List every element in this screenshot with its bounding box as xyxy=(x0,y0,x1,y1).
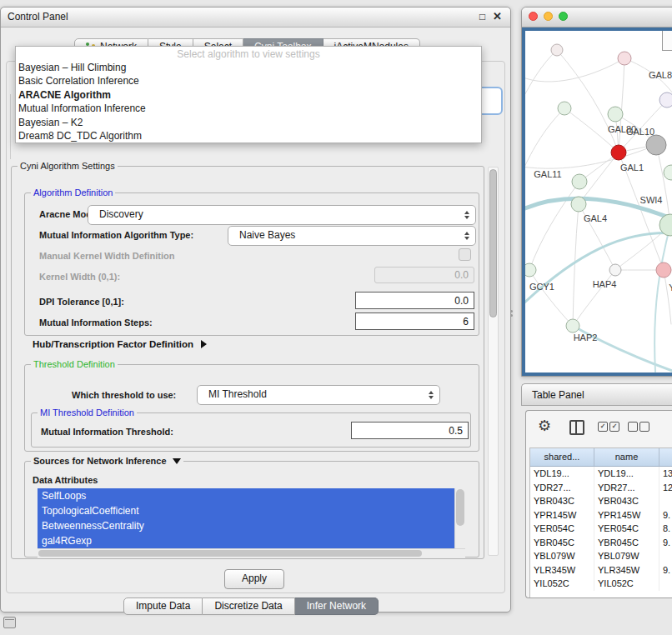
dropdown-item[interactable]: Mutual Information Inference xyxy=(16,102,481,115)
network-edge[interactable] xyxy=(525,108,564,174)
network-node[interactable] xyxy=(618,52,631,65)
network-node[interactable] xyxy=(664,165,672,180)
checked-column-icon[interactable]: ✓ xyxy=(598,422,608,432)
list-vertical-scrollbar[interactable] xyxy=(454,488,465,549)
dropdown-item[interactable]: ARACNE Algorithm xyxy=(16,88,481,102)
attribute-item[interactable]: SelfLoops xyxy=(38,488,455,503)
table-row[interactable]: YER054CYER054C8. xyxy=(530,522,672,536)
network-edge[interactable] xyxy=(664,270,671,324)
table-header-row: shared...name xyxy=(530,448,672,467)
mi-algorithm-type-label: Mutual Information Algorithm Type: xyxy=(39,229,193,241)
network-node[interactable] xyxy=(646,135,666,155)
dpi-tolerance-label: DPI Tolerance [0,1]: xyxy=(39,296,124,308)
dropdown-placeholder: Select algorithm to view settings xyxy=(16,48,481,61)
list-horizontal-scrollbar[interactable] xyxy=(38,548,465,558)
table-row[interactable]: YPR145WYPR145W9. xyxy=(530,508,672,522)
node-label: HAP2 xyxy=(574,332,598,342)
dpi-tolerance-input[interactable] xyxy=(355,292,474,309)
unchecked-column-icon[interactable] xyxy=(628,422,638,432)
panel-splitter[interactable] xyxy=(510,308,514,318)
algorithm-definition-label: Algorithm Definition xyxy=(31,188,115,198)
mi-threshold-input[interactable] xyxy=(351,422,469,439)
table-row[interactable]: YIL052CYIL052C xyxy=(530,577,672,591)
table-row[interactable]: YDL19...YDL19...13 xyxy=(530,467,672,481)
attribute-item[interactable]: BetweennessCentrality xyxy=(38,518,455,533)
mi-steps-input[interactable] xyxy=(355,312,474,330)
table-row[interactable]: YBR043CYBR043C xyxy=(530,494,672,508)
threshold-definition-label: Threshold Definition xyxy=(31,359,118,369)
network-edge[interactable] xyxy=(619,58,624,152)
mac-minimize-button[interactable] xyxy=(544,12,553,21)
network-node[interactable] xyxy=(659,92,672,108)
tab-impute-data[interactable]: Impute Data xyxy=(123,598,203,615)
table-row[interactable]: YBL079WYBL079W xyxy=(530,549,672,563)
dropdown-item[interactable]: Dream8 DC_TDC Algorithm xyxy=(16,129,481,142)
node-label: GAL8 xyxy=(649,70,672,80)
network-node[interactable] xyxy=(525,263,536,277)
scrollbar-thumb[interactable] xyxy=(38,550,422,557)
network-edge[interactable] xyxy=(557,50,619,152)
sources-toggle[interactable]: Sources for Network Inference xyxy=(31,456,183,466)
which-threshold-label: Which threshold to use: xyxy=(72,389,176,401)
table-cell: YBR043C xyxy=(530,494,594,508)
table-row[interactable]: YDR27...YDR27...12 xyxy=(530,481,672,495)
hub-definition-label: Hub/Transcription Factor Definition xyxy=(33,339,193,349)
float-window-icon[interactable]: □ xyxy=(476,10,489,23)
tab-discretize-data[interactable]: Discretize Data xyxy=(203,598,294,615)
network-edge[interactable] xyxy=(573,204,579,326)
mac-close-button[interactable] xyxy=(529,12,538,21)
table-panel-title: Table Panel xyxy=(532,389,584,401)
dropdown-item[interactable]: Bayesian – K2 xyxy=(16,116,481,129)
birdseye-overlay xyxy=(662,30,672,51)
network-edge[interactable] xyxy=(525,50,557,102)
network-node[interactable] xyxy=(558,102,571,115)
network-graph[interactable]: GAL8GAL80GAL10GAL11GAL1SWI4GAL4GCY1HAP4H… xyxy=(525,31,672,376)
mi-threshold-label: Mutual Information Threshold: xyxy=(41,426,173,438)
node-label: GAL4 xyxy=(584,213,607,223)
column-header[interactable]: name xyxy=(594,448,659,466)
manual-kernel-width-label: Manual Kernel Width Definition xyxy=(39,250,174,262)
dropdown-item[interactable]: Bayesian – Hill Climbing xyxy=(16,61,481,74)
expand-right-icon xyxy=(201,340,207,348)
attribute-item[interactable]: gal4RGexp xyxy=(38,533,455,548)
aracne-mode-combobox[interactable]: Discovery xyxy=(88,205,476,225)
settings-gear-icon[interactable]: ⚙ xyxy=(538,417,551,435)
column-header[interactable]: shared... xyxy=(530,448,594,466)
scrollbar-thumb[interactable] xyxy=(456,489,464,526)
checked-column-icon[interactable]: ✓ xyxy=(609,422,619,432)
network-node[interactable] xyxy=(571,197,586,212)
table-cell: 12 xyxy=(659,481,672,495)
unchecked-column-icon[interactable] xyxy=(639,422,649,432)
mi-algorithm-type-combobox[interactable]: Naive Bayes xyxy=(228,226,476,246)
scrollbar-thumb[interactable] xyxy=(489,169,497,318)
column-header[interactable] xyxy=(659,448,672,466)
network-edge[interactable] xyxy=(525,232,672,306)
attribute-item[interactable]: TopologicalCoefficient xyxy=(38,503,455,518)
network-node[interactable] xyxy=(566,319,579,332)
node-label: GAL11 xyxy=(534,169,561,179)
dropdown-item[interactable]: Basic Correlation Inference xyxy=(16,74,481,88)
network-node[interactable] xyxy=(611,145,626,160)
settings-scrollbar[interactable] xyxy=(488,167,499,556)
table-row[interactable]: YLR345WYLR345W9. xyxy=(530,563,672,578)
network-node[interactable] xyxy=(551,44,563,56)
network-node[interactable] xyxy=(609,264,621,276)
apply-button[interactable]: Apply xyxy=(224,569,284,589)
panel-dock-icon[interactable] xyxy=(3,617,16,628)
collapse-down-icon xyxy=(173,458,181,464)
network-node[interactable] xyxy=(608,107,623,122)
network-node[interactable] xyxy=(656,262,671,278)
toggle-columns-icon[interactable] xyxy=(569,420,584,435)
hub-definition-toggle[interactable]: Hub/Transcription Factor Definition xyxy=(33,339,207,349)
which-threshold-combobox[interactable]: MI Threshold xyxy=(197,385,440,405)
network-edge[interactable] xyxy=(529,182,579,270)
mac-zoom-button[interactable] xyxy=(559,12,568,21)
table-row[interactable]: YBR045CYBR045C9. xyxy=(530,536,672,550)
close-window-icon[interactable]: ✕ xyxy=(491,10,504,23)
node-label: HAP4 xyxy=(593,279,617,289)
network-node[interactable] xyxy=(572,174,587,189)
table-cell: YDR27... xyxy=(594,481,659,495)
tab-infer-network[interactable]: Infer Network xyxy=(295,598,379,615)
data-attributes-list: SelfLoopsTopologicalCoefficientBetweenne… xyxy=(38,488,465,558)
table-cell: YER054C xyxy=(530,522,594,536)
